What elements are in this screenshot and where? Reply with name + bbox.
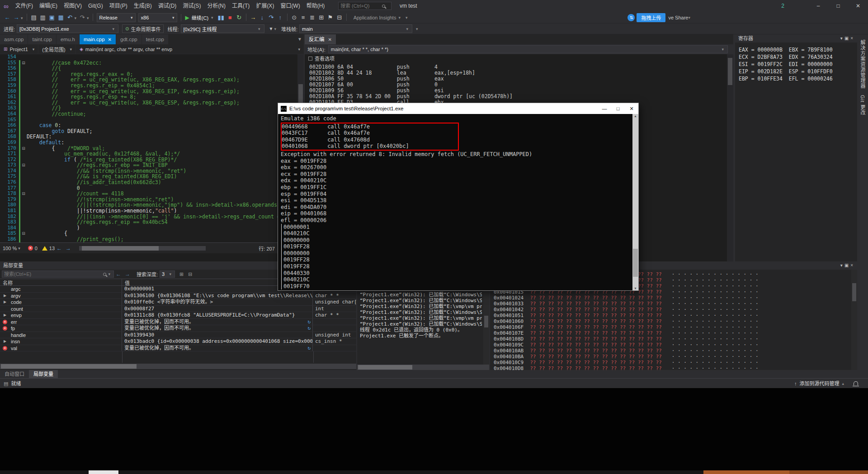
editor-horizontal-scrollbar[interactable] xyxy=(79,246,206,251)
locals-horizontal-scrollbar[interactable] xyxy=(0,364,356,369)
scrollbar-thumb[interactable] xyxy=(1,364,137,369)
menu-分析(N)[interactable]: 分析(N) xyxy=(204,3,229,9)
continue-button[interactable]: ▶继续(C)▾ xyxy=(185,14,215,21)
locals-row-fp[interactable]: fp✕变量已被优化掉，因而不可用。↻ xyxy=(0,325,356,332)
configuration-dropdown[interactable]: Release▾ xyxy=(97,13,136,22)
nav-back-icon[interactable]: ← xyxy=(3,13,12,23)
source-control-button[interactable]: 添加到源代码管理 xyxy=(799,379,839,389)
process-dropdown[interactable]: [0x3DB8] Project1.exe▾ xyxy=(17,24,118,33)
menu-生成(B)[interactable]: 生成(B) xyxy=(131,3,155,9)
memory-row-0x00401024[interactable]: 0x00401024?? ?? ?? ?? ?? ?? ?? ?? ?? ?? … xyxy=(494,295,759,301)
column-name[interactable]: 名称 xyxy=(0,279,122,285)
search-depth-dropdown[interactable]: 3▾ xyxy=(160,270,175,278)
locals-row-insn[interactable]: insn▶0x013badc0 {id=0x00000038 address=0… xyxy=(0,338,356,345)
new-file-icon[interactable]: ▤ xyxy=(29,13,38,23)
save-all-icon[interactable]: ▦ xyxy=(57,13,66,23)
maximize-button[interactable]: □ xyxy=(828,0,848,12)
autohide-tab-解决方案资源管理器[interactable]: 解决方案资源管理器 xyxy=(859,40,866,89)
refresh-icon[interactable]: ↻ xyxy=(307,319,311,325)
nav-forward-icon-dropdown[interactable]: ▾ xyxy=(21,16,24,20)
upload-button[interactable]: 拖拽上传 xyxy=(637,13,665,22)
scrollbar-thumb[interactable] xyxy=(82,246,159,251)
register-row[interactable]: EBP = 010FFE34 EFL = 00000246 xyxy=(739,75,857,82)
warning-count[interactable]: 13 xyxy=(49,246,55,251)
live-share-button[interactable]: ve Share xyxy=(668,15,688,20)
tab-taint.cpp[interactable]: taint.cpp xyxy=(28,34,56,44)
scrollbar-thumb[interactable] xyxy=(633,249,638,277)
memory-row-0x004010C9[interactable]: 0x004010C9?? ?? ?? ?? ?? ?? ?? ?? ?? ?? … xyxy=(494,360,759,365)
console-title-bar[interactable]: C:\ E:\vs code program\vm test\Release\P… xyxy=(278,103,638,114)
scope-dropdown[interactable]: (全局范围)▾ xyxy=(38,44,76,54)
close-icon[interactable]: ✕ xyxy=(328,37,332,42)
window-menu-icon[interactable]: ▾ xyxy=(840,36,844,41)
bookmark-flag-icon[interactable]: ⚑ xyxy=(326,13,335,23)
disassembly-scrollbar[interactable] xyxy=(727,54,733,261)
error-count[interactable]: 0 xyxy=(35,246,38,251)
close-icon[interactable]: × xyxy=(850,36,855,41)
checkbox-icon[interactable] xyxy=(308,57,312,61)
undo-icon[interactable]: ↶ xyxy=(66,13,75,23)
memory-row-0x004010BA[interactable]: 0x004010BA?? ?? ?? ?? ?? ?? ?? ?? ?? ?? … xyxy=(494,354,759,360)
flatten-icon[interactable]: ⊞ xyxy=(179,271,184,277)
save-icon[interactable]: ▣ xyxy=(47,13,57,23)
scrollbar-thumb[interactable] xyxy=(484,316,488,327)
memory-row-0x0040109C[interactable]: 0x0040109C?? ?? ?? ?? ?? ?? ?? ?? ?? ?? … xyxy=(494,342,759,348)
console-minimize-button[interactable]: — xyxy=(598,103,611,114)
navigate-back-icon[interactable]: ← xyxy=(57,245,62,251)
console-window[interactable]: C:\ E:\vs code program\vm test\Release\P… xyxy=(278,103,638,290)
nav-forward-icon[interactable]: → xyxy=(12,13,21,23)
notification-bell-icon[interactable] xyxy=(854,381,858,385)
redo-icon[interactable]: ↷ xyxy=(78,13,87,23)
output-horizontal-scrollbar[interactable] xyxy=(357,365,489,370)
restart-icon[interactable]: ↻ xyxy=(235,13,244,23)
refresh-icon[interactable]: ↻ xyxy=(307,345,311,351)
pin-icon[interactable]: ▣ xyxy=(844,263,850,268)
memory-row-0x00401042[interactable]: 0x00401042?? ?? ?? ?? ?? ?? ?? ?? ?? ?? … xyxy=(494,307,759,313)
console-maximize-button[interactable]: □ xyxy=(611,103,625,114)
memory-row-0x004010AB[interactable]: 0x004010AB?? ?? ?? ?? ?? ?? ?? ?? ?? ?? … xyxy=(494,348,759,354)
notification-badge[interactable]: 2 xyxy=(781,0,784,12)
collapse-icon[interactable]: ⊟ xyxy=(188,271,192,277)
minimize-button[interactable]: – xyxy=(808,0,828,12)
menu-视图(V)[interactable]: 视图(V) xyxy=(61,3,85,9)
tab-gdt.cpp[interactable]: gdt.cpp xyxy=(116,34,142,44)
window-menu-icon[interactable]: ▾ xyxy=(840,263,844,268)
diagnostics-icon[interactable]: ⊙ xyxy=(290,13,299,23)
locals-row-count[interactable]: count0x00008f27int xyxy=(0,306,356,313)
thread-dropdown[interactable]: [0x29C] 主线程▾ xyxy=(181,24,264,33)
expand-icon[interactable]: ▶ xyxy=(4,312,6,318)
platform-dropdown[interactable]: x86▾ xyxy=(138,13,177,22)
locals-search-input[interactable] xyxy=(4,271,103,277)
menu-文件(F)[interactable]: 文件(F) xyxy=(12,3,36,9)
tab-emu.h[interactable]: emu.h xyxy=(57,34,79,44)
locals-row-code[interactable]: code▶0x010ffe0c <字符串中的字符无效。>unsigned cha… xyxy=(0,299,356,306)
menu-窗口(W)[interactable]: 窗口(W) xyxy=(277,3,303,9)
address-input[interactable]: main(int, char * *, char * *)▾ xyxy=(328,45,728,53)
tab-list-dropdown[interactable]: ▼ xyxy=(297,34,302,44)
tab-test.cpp[interactable]: test.cpp xyxy=(142,34,168,44)
search-input[interactable] xyxy=(340,3,382,9)
scrollbar-thumb[interactable] xyxy=(358,365,412,370)
expand-icon[interactable]: ▶ xyxy=(4,293,6,299)
toolbar-overflow[interactable]: ▾ xyxy=(406,15,409,20)
menu-扩展(X)[interactable]: 扩展(X) xyxy=(253,3,277,9)
code-editor[interactable]: 154155⊟ //case 0x472ecc:156 //{157 // re… xyxy=(0,54,304,242)
tab-main.cpp[interactable]: main.cpp✕ xyxy=(80,34,116,44)
step-out-icon[interactable]: ↑ xyxy=(276,13,285,23)
expand-icon[interactable]: ▶ xyxy=(4,338,6,345)
scrollbar-thumb[interactable] xyxy=(852,283,856,301)
panel-tab-自动窗口[interactable]: 自动窗口 xyxy=(0,370,29,378)
line-list-icon[interactable]: ≡ xyxy=(299,13,308,23)
menu-工具(T)[interactable]: 工具(T) xyxy=(229,3,253,9)
show-next-statement-icon[interactable]: → xyxy=(249,13,258,23)
close-icon[interactable]: × xyxy=(850,263,855,268)
expand-icon[interactable]: ▶ xyxy=(4,299,6,305)
memory-row-0x0040106F[interactable]: 0x0040106F?? ?? ?? ?? ?? ?? ?? ?? ?? ?? … xyxy=(494,324,759,330)
step-over-icon[interactable]: ↷ xyxy=(267,13,276,23)
locals-row-handle[interactable]: handle0x01399430unsigned int xyxy=(0,332,356,339)
memory-row-0x00401033[interactable]: 0x00401033?? ?? ?? ?? ?? ?? ?? ?? ?? ?? … xyxy=(494,301,759,307)
console-scrollbar[interactable]: ▲▼ xyxy=(632,114,638,290)
navigate-forward-icon[interactable]: → xyxy=(66,245,71,251)
open-file-icon[interactable]: ▥ xyxy=(38,13,47,23)
register-row[interactable]: EIP = 002D182E ESP = 010FFDF0 xyxy=(739,68,857,75)
